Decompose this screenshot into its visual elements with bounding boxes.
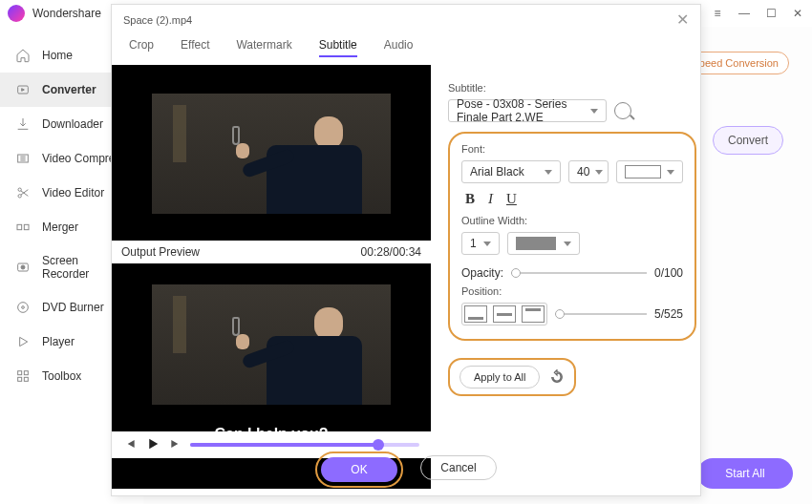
- tab-crop[interactable]: Crop: [129, 38, 154, 57]
- minimize-button[interactable]: —: [737, 7, 751, 20]
- position-label: Position:: [461, 285, 683, 297]
- svg-point-9: [22, 306, 25, 309]
- subtitle-file-value: Pose - 03x08 - Series Finale Part 2.WE: [457, 97, 585, 124]
- output-preview: Can I help you?: [112, 263, 431, 454]
- outline-color-dropdown[interactable]: [507, 232, 580, 255]
- svg-point-7: [21, 265, 25, 269]
- compress-icon: [15, 151, 31, 166]
- sidebar-item-label: Home: [42, 49, 73, 62]
- ok-highlight: OK: [315, 452, 403, 488]
- svg-point-3: [18, 195, 21, 198]
- position-value: 5/525: [654, 307, 683, 321]
- outline-width-dropdown[interactable]: 1: [461, 232, 500, 255]
- seek-slider[interactable]: [190, 443, 419, 447]
- apply-box: Apply to All: [448, 358, 576, 396]
- svg-rect-12: [18, 377, 22, 381]
- chevron-down-icon: [667, 170, 674, 175]
- reset-icon[interactable]: [549, 369, 565, 385]
- cancel-button[interactable]: Cancel: [420, 455, 497, 480]
- font-settings-box: Font: Arial Black 40 B I U Outline Width…: [448, 132, 696, 341]
- modal-close-button[interactable]: ✕: [676, 10, 689, 29]
- subtitle-panel: Subtitle: Pose - 03x08 - Series Finale P…: [431, 65, 714, 489]
- sidebar-item-label: Video Editor: [42, 186, 104, 200]
- font-family-value: Arial Black: [470, 165, 524, 178]
- svg-point-8: [18, 303, 29, 313]
- sidebar-item-label: Merger: [42, 220, 78, 234]
- sidebar-item-label: Converter: [42, 83, 96, 96]
- font-color-dropdown[interactable]: [616, 160, 683, 183]
- search-subtitle-button[interactable]: [614, 102, 631, 119]
- home-icon: [15, 48, 31, 63]
- bold-button[interactable]: B: [465, 191, 475, 207]
- position-bottom-button[interactable]: [464, 305, 487, 323]
- outline-label: Outline Width:: [461, 215, 683, 226]
- svg-rect-10: [18, 371, 22, 375]
- record-icon: [15, 260, 31, 275]
- grid-icon: [15, 368, 31, 384]
- font-label: Font:: [461, 143, 683, 155]
- position-slider[interactable]: [555, 313, 647, 315]
- chevron-down-icon: [595, 170, 603, 175]
- svg-point-2: [18, 188, 21, 191]
- svg-rect-5: [24, 224, 29, 229]
- original-preview: [112, 65, 431, 241]
- tab-watermark[interactable]: Watermark: [236, 38, 291, 57]
- ok-button[interactable]: OK: [321, 457, 397, 482]
- svg-rect-13: [24, 377, 28, 381]
- subtitle-label: Subtitle:: [448, 82, 696, 94]
- outline-width-value: 1: [470, 237, 477, 250]
- tab-effect[interactable]: Effect: [181, 38, 209, 57]
- position-top-button[interactable]: [522, 305, 545, 323]
- apply-to-all-button[interactable]: Apply to All: [459, 366, 540, 388]
- modal-tabs: Crop Effect Watermark Subtitle Audio: [112, 34, 700, 65]
- underline-button[interactable]: U: [506, 191, 517, 207]
- disc-icon: [15, 300, 31, 315]
- font-size-dropdown[interactable]: 40: [568, 160, 609, 183]
- maximize-button[interactable]: ☐: [764, 7, 778, 20]
- tab-subtitle[interactable]: Subtitle: [319, 38, 357, 57]
- svg-rect-4: [17, 224, 22, 229]
- sidebar-item-label: Toolbox: [42, 369, 81, 383]
- modal-filename: Space (2).mp4: [123, 14, 192, 26]
- chevron-down-icon: [590, 109, 598, 114]
- svg-rect-11: [24, 371, 28, 375]
- sidebar-item-label: DVD Burner: [42, 301, 104, 314]
- timecode: 00:28/00:34: [361, 245, 421, 259]
- opacity-slider[interactable]: [511, 272, 647, 274]
- app-logo-icon: [8, 5, 25, 22]
- converter-icon: [15, 82, 31, 97]
- chevron-down-icon: [545, 170, 552, 175]
- play-icon: [15, 334, 31, 349]
- subtitle-file-dropdown[interactable]: Pose - 03x08 - Series Finale Part 2.WE: [448, 99, 607, 122]
- sidebar-item-label: Player: [42, 335, 75, 348]
- merge-icon: [15, 220, 31, 235]
- opacity-label: Opacity:: [461, 266, 503, 280]
- opacity-value: 0/100: [654, 266, 683, 280]
- color-swatch-white: [625, 165, 661, 178]
- font-size-value: 40: [577, 165, 589, 178]
- chevron-down-icon: [483, 242, 491, 246]
- chevron-down-icon: [564, 242, 571, 246]
- download-icon: [15, 116, 31, 132]
- sidebar-item-label: Downloader: [42, 117, 103, 131]
- convert-button[interactable]: Convert: [713, 126, 783, 155]
- position-middle-button[interactable]: [493, 305, 516, 323]
- tab-audio[interactable]: Audio: [384, 38, 414, 57]
- preview-column: Output Preview 00:28/00:34 Can I help yo…: [112, 65, 431, 489]
- prev-frame-button[interactable]: [123, 437, 137, 453]
- close-button[interactable]: ✕: [791, 7, 804, 20]
- scissors-icon: [15, 185, 31, 200]
- font-family-dropdown[interactable]: Arial Black: [461, 160, 561, 183]
- italic-button[interactable]: I: [488, 191, 493, 207]
- next-frame-button[interactable]: [169, 437, 182, 453]
- hamburger-icon[interactable]: ≡: [711, 7, 724, 20]
- edit-modal: Space (2).mp4 ✕ Crop Effect Watermark Su…: [111, 4, 701, 496]
- preview-label: Output Preview: [121, 245, 200, 259]
- color-swatch-gray: [516, 237, 556, 250]
